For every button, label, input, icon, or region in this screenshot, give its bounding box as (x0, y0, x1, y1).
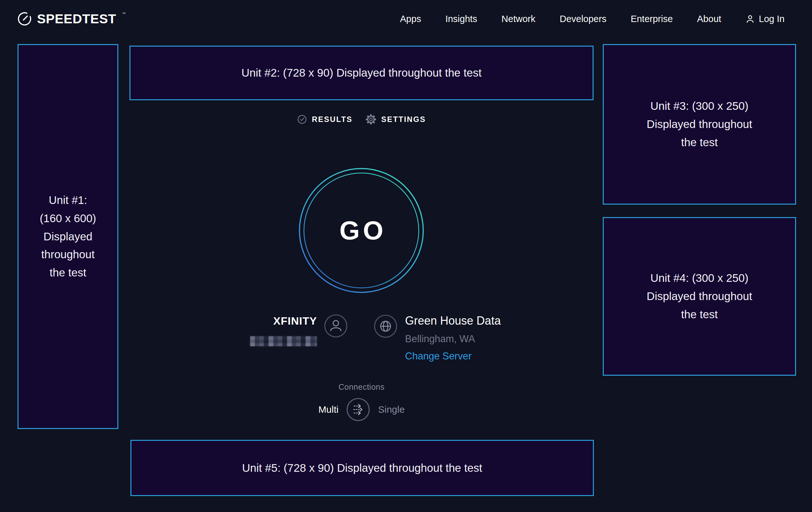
connections-label: Connections (129, 382, 593, 392)
main-nav: Apps Insights Network Developers Enterpr… (400, 14, 785, 24)
tab-settings-label: SETTINGS (381, 115, 426, 124)
connections-row: Multi Single (129, 398, 593, 421)
server-name: Green House Data (405, 314, 501, 327)
server-location: Bellingham, WA (405, 333, 475, 345)
check-circle-icon (297, 115, 307, 124)
user-icon (745, 14, 755, 24)
trademark-mark: ™ (122, 11, 126, 16)
ad-unit-1-text: Unit #1: (160 x 600) Displayed throughou… (38, 191, 97, 281)
go-button[interactable]: GO (298, 168, 424, 293)
ad-unit-4-text: Unit #4: (300 x 250) Displayed throughou… (644, 269, 755, 323)
brand-name: SPEEDTEST (37, 12, 116, 26)
connections-mode-multi[interactable]: Multi (318, 404, 338, 415)
tab-results-label: RESULTS (312, 115, 353, 124)
nav-item-apps[interactable]: Apps (400, 14, 421, 24)
ad-unit-4-rectangle[interactable]: Unit #4: (300 x 250) Displayed throughou… (603, 217, 796, 376)
login-label: Log In (759, 14, 785, 24)
test-tabs: RESULTS SETTINGS (129, 114, 593, 125)
globe-icon (374, 315, 397, 338)
ad-unit-2-text: Unit #2: (728 x 90) Displayed throughout… (241, 64, 482, 82)
header: SPEEDTEST ™ Apps Insights Network Develo… (0, 0, 812, 38)
isp-name: XFINITY (223, 315, 317, 327)
change-server-link[interactable]: Change Server (405, 350, 472, 362)
nav-item-insights[interactable]: Insights (445, 14, 477, 24)
ad-unit-2-leaderboard[interactable]: Unit #2: (728 x 90) Displayed throughout… (129, 46, 593, 100)
ad-unit-1-skyscraper[interactable]: Unit #1: (160 x 600) Displayed throughou… (18, 44, 118, 429)
speedtest-logo[interactable]: SPEEDTEST ™ (17, 11, 125, 26)
speedometer-icon (17, 11, 32, 26)
tab-settings[interactable]: SETTINGS (366, 114, 426, 125)
ad-unit-5-leaderboard[interactable]: Unit #5: (728 x 90) Displayed throughout… (130, 440, 594, 496)
go-button-label: GO (298, 168, 424, 293)
gear-icon (366, 114, 376, 125)
connections-toggle-icon[interactable] (346, 398, 370, 421)
tab-results[interactable]: RESULTS (297, 115, 353, 124)
isp-ip-redacted (250, 336, 317, 346)
ad-unit-3-rectangle[interactable]: Unit #3: (300 x 250) Displayed throughou… (603, 44, 796, 205)
ad-unit-3-text: Unit #3: (300 x 250) Displayed throughou… (644, 97, 755, 151)
nav-item-enterprise[interactable]: Enterprise (631, 14, 673, 24)
person-icon (324, 314, 348, 338)
connections-mode-single[interactable]: Single (378, 404, 404, 415)
login-button[interactable]: Log In (745, 14, 785, 24)
nav-item-network[interactable]: Network (501, 14, 535, 24)
nav-item-developers[interactable]: Developers (560, 14, 607, 24)
nav-item-about[interactable]: About (697, 14, 721, 24)
ad-unit-5-text: Unit #5: (728 x 90) Displayed throughout… (242, 459, 482, 477)
